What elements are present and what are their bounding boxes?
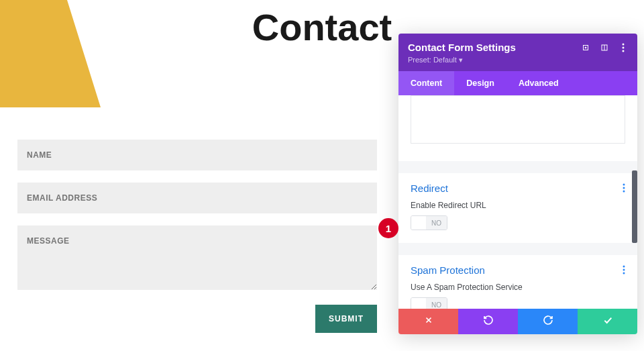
svg-point-5: [623, 46, 625, 48]
save-button[interactable]: [578, 309, 637, 334]
toggle-redirect[interactable]: NO: [411, 215, 447, 230]
contact-form: SUBMIT: [17, 140, 377, 333]
svg-point-1: [585, 47, 586, 48]
chevron-down-icon: ▾: [459, 56, 463, 64]
option-label-spam: Use A Spam Protection Service: [411, 283, 625, 292]
panel-header: Contact Form Settings Preset: Default ▾: [398, 34, 637, 71]
scrollbar[interactable]: [632, 170, 637, 243]
cancel-button[interactable]: [398, 309, 458, 334]
svg-point-11: [623, 268, 625, 270]
svg-point-12: [623, 272, 625, 274]
expand-icon[interactable]: [581, 43, 590, 52]
tab-design[interactable]: Design: [454, 71, 506, 95]
message-field[interactable]: [17, 225, 377, 290]
tab-content[interactable]: Content: [398, 71, 454, 95]
section-redirect: Redirect Enable Redirect URL NO: [398, 173, 637, 243]
section-menu-icon[interactable]: [623, 265, 625, 276]
panel-title: Contact Form Settings: [408, 42, 516, 53]
section-prev: [398, 95, 637, 161]
undo-button[interactable]: [458, 309, 518, 334]
name-field[interactable]: [17, 140, 377, 170]
redo-button[interactable]: [518, 309, 578, 334]
menu-icon[interactable]: [619, 43, 628, 52]
section-menu-icon[interactable]: [623, 183, 625, 194]
svg-point-7: [623, 183, 625, 185]
toggle-spam[interactable]: NO: [411, 297, 447, 309]
toggle-value: NO: [426, 298, 447, 309]
section-spam: Spam Protection Use A Spam Protection Se…: [398, 255, 637, 309]
section-title-spam: Spam Protection: [411, 264, 485, 276]
svg-point-9: [623, 190, 625, 192]
preset-label: Preset: Default: [408, 56, 457, 64]
undo-icon: [483, 315, 494, 328]
drag-icon[interactable]: [600, 43, 609, 52]
panel-body[interactable]: Redirect Enable Redirect URL NO Spam Pro…: [398, 95, 637, 309]
check-icon: [602, 315, 613, 328]
email-field[interactable]: [17, 183, 377, 213]
option-label-redirect: Enable Redirect URL: [411, 201, 625, 210]
preset-selector[interactable]: Preset: Default ▾: [408, 56, 628, 64]
close-icon: [424, 315, 433, 328]
svg-point-6: [623, 50, 625, 52]
panel-actions: [398, 309, 637, 334]
section-title-redirect: Redirect: [411, 183, 448, 194]
tab-advanced[interactable]: Advanced: [506, 71, 571, 95]
toggle-value: NO: [426, 216, 447, 230]
settings-panel: Contact Form Settings Preset: Default ▾ …: [398, 34, 637, 334]
redo-icon: [543, 315, 553, 328]
svg-point-4: [623, 43, 625, 45]
submit-button[interactable]: SUBMIT: [315, 305, 377, 333]
annotation-badge: 1: [378, 218, 398, 238]
svg-point-10: [623, 265, 625, 267]
svg-point-8: [623, 187, 625, 189]
panel-tabs: Content Design Advanced: [398, 71, 637, 95]
textarea-field[interactable]: [411, 95, 625, 144]
